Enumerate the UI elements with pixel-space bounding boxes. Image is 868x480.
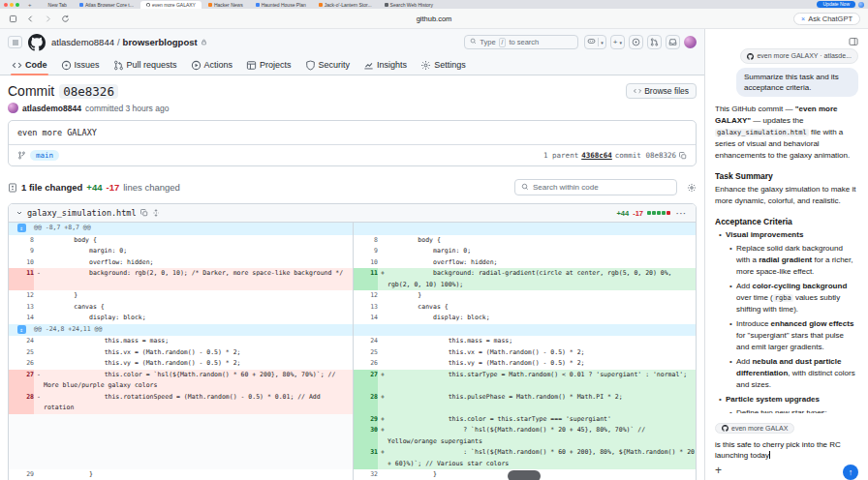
profile-avatar[interactable] <box>858 2 864 8</box>
address-bar[interactable]: github.com <box>0 15 868 23</box>
hamburger-menu-icon[interactable] <box>8 36 22 48</box>
nav-item-pull-requests[interactable]: Pull requests <box>108 55 183 75</box>
chevron-down-icon[interactable] <box>16 209 23 217</box>
nav-item-insights[interactable]: Insights <box>357 55 413 75</box>
nav-item-projects[interactable]: Projects <box>240 55 297 75</box>
line-number[interactable]: 28 <box>9 392 34 414</box>
page-context-chip[interactable]: even more GALAXY · atlasde... <box>740 48 858 64</box>
inbox-button[interactable] <box>666 35 680 49</box>
nav-item-actions[interactable]: Actions <box>185 55 239 75</box>
line-number[interactable]: 29 <box>9 469 34 480</box>
line-number[interactable]: 26 <box>353 358 378 370</box>
nav-item-settings[interactable]: Settings <box>415 55 472 75</box>
gear-icon[interactable] <box>687 183 697 193</box>
line-number[interactable]: 9 <box>9 246 34 257</box>
send-button[interactable]: ↑ <box>843 465 858 480</box>
browser-tab-atlas-browser-core-t[interactable]: Atlas Browser Core t... <box>74 1 140 9</box>
collapse-panel-icon[interactable] <box>849 33 858 45</box>
github-search-input[interactable]: Type / to search <box>464 35 578 49</box>
window-controls[interactable] <box>4 0 19 9</box>
composer-context-chip[interactable]: even more GALAX <box>715 423 794 434</box>
line-number[interactable]: 14 <box>9 313 34 324</box>
unfold-icon[interactable]: ⇕ <box>17 325 26 334</box>
breadcrumb-owner[interactable]: atlasdemo8844 <box>51 37 114 47</box>
line-number[interactable]: 25 <box>9 347 34 359</box>
browse-files-button[interactable]: Browse files <box>626 83 697 99</box>
close-icon[interactable]: × <box>801 15 805 22</box>
line-number[interactable]: 27 <box>9 370 34 392</box>
line-number[interactable]: 24 <box>353 336 378 347</box>
create-new-button[interactable]: + ▾ <box>610 35 625 49</box>
reload-icon[interactable] <box>60 14 70 23</box>
breadcrumb: atlasdemo8844 / browserblogpost <box>51 37 207 47</box>
line-number[interactable]: 27 <box>353 370 378 392</box>
browser-tab-new-tab[interactable]: New Tab <box>37 1 73 9</box>
minimize-window-icon[interactable] <box>10 3 14 7</box>
maximize-window-icon[interactable] <box>16 3 19 7</box>
line-number[interactable]: 24 <box>9 336 34 347</box>
author-avatar[interactable] <box>8 103 18 113</box>
line-number[interactable]: 8 <box>9 235 34 247</box>
copy-icon[interactable] <box>140 209 148 217</box>
unfold-icon[interactable]: ⇕ <box>17 224 26 232</box>
line-number[interactable]: 31 <box>353 447 378 469</box>
line-number[interactable]: 30 <box>353 425 378 447</box>
author-name[interactable]: atlasdemo8844 <box>22 104 81 113</box>
browser-tab-search-web-history[interactable]: Search Web History <box>379 1 439 9</box>
line-number[interactable]: 26 <box>9 358 34 370</box>
copy-icon[interactable] <box>679 152 687 160</box>
browser-tab-even-more-galaxy[interactable]: even more GALAXY <box>140 1 202 9</box>
browser-tab-haunted-house-plan[interactable]: Haunted House Plan <box>250 1 312 9</box>
line-number[interactable]: 8 <box>353 235 378 247</box>
issues-button[interactable] <box>629 35 643 49</box>
back-icon[interactable] <box>25 14 35 23</box>
browser-window: + New TabAtlas Browser Core t...even mor… <box>0 0 868 480</box>
line-number[interactable]: 10 <box>9 257 34 269</box>
ask-chatgpt-chip[interactable]: × Ask ChatGPT <box>793 13 860 25</box>
line-number[interactable]: 28 <box>353 392 378 414</box>
nav-item-security[interactable]: Security <box>299 55 356 75</box>
line-number[interactable]: 11 <box>9 268 34 290</box>
tab-overview-icon[interactable] <box>8 14 17 23</box>
line-number[interactable]: 29 <box>353 414 378 426</box>
parent-sha-link[interactable]: 4368c64 <box>581 151 612 160</box>
browser-tab-hacker-news[interactable]: Hacker News <box>202 1 249 9</box>
line-number[interactable]: 32 <box>353 469 378 480</box>
new-tab-button[interactable]: + <box>25 1 35 9</box>
nav-item-code[interactable]: Code <box>6 55 53 75</box>
message-input[interactable]: is this safe to cherry pick into the RC … <box>715 439 858 461</box>
line-number[interactable]: 11 <box>353 268 378 290</box>
diff-marker <box>378 246 388 257</box>
search-within-code-input[interactable]: Search within code <box>514 179 677 195</box>
attach-button[interactable]: + <box>715 465 722 476</box>
line-number[interactable]: 13 <box>353 302 378 314</box>
line-number[interactable]: 12 <box>9 290 34 302</box>
diff-row: 27- this.color = `hsl(${Math.random() * … <box>9 370 697 392</box>
expand-hunk-button[interactable]: ⇕ <box>9 324 34 337</box>
copilot-button[interactable]: ▾ <box>584 35 606 49</box>
line-number[interactable]: 9 <box>353 246 378 257</box>
diff-marker <box>34 425 44 447</box>
forward-icon[interactable] <box>43 14 52 23</box>
unfold-icon[interactable] <box>152 209 160 217</box>
kebab-menu-icon[interactable]: ··· <box>674 209 689 218</box>
update-now-button[interactable]: Update Now <box>817 1 855 8</box>
line-number[interactable]: 14 <box>353 313 378 324</box>
line-number[interactable]: 25 <box>353 347 378 359</box>
line-number[interactable]: 13 <box>9 302 34 314</box>
pull-requests-button[interactable] <box>647 35 662 49</box>
diff-marker <box>34 302 44 314</box>
user-avatar[interactable] <box>684 36 697 48</box>
expand-hunk-button[interactable] <box>353 324 378 337</box>
close-window-icon[interactable] <box>4 3 8 7</box>
nav-item-issues[interactable]: Issues <box>55 55 106 75</box>
browser-tab-jack-o-lantern-stor[interactable]: Jack-o'-Lantern Stor... <box>313 1 378 9</box>
file-name[interactable]: galaxy_simulation.html <box>27 208 137 218</box>
line-number[interactable]: 12 <box>353 290 378 302</box>
line-number[interactable]: 10 <box>353 257 378 269</box>
breadcrumb-repo[interactable]: browserblogpost <box>123 37 198 47</box>
expand-hunk-button[interactable]: ⇕ <box>9 223 34 235</box>
expand-hunk-button[interactable] <box>353 223 378 235</box>
branch-badge[interactable]: main <box>30 150 59 161</box>
github-logo-icon[interactable] <box>28 34 46 51</box>
